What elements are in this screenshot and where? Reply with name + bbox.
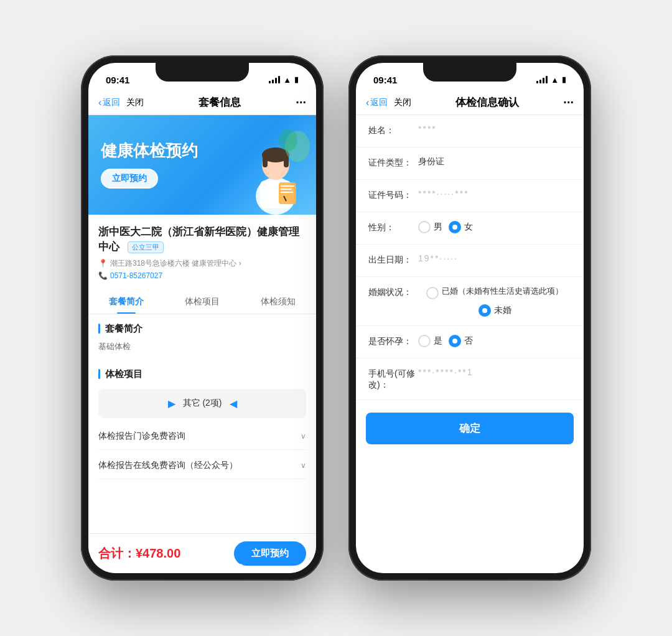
pregnant-options: 是 否 (418, 335, 571, 347)
hospital-address[interactable]: 📍 潮王路318号急诊楼六楼 健康管理中心 › (98, 258, 306, 269)
form-section: 姓名： **** 证件类型： 身份证 证件号码： ****·····*** (356, 115, 584, 573)
doctor-figure (241, 128, 310, 215)
other-items-box[interactable]: ▶ 其它 (2项) ◀ (98, 389, 306, 418)
tab-intro[interactable]: 套餐简介 (88, 290, 164, 314)
back-chevron-1[interactable]: ‹ (98, 97, 101, 108)
phone-2: 09:41 ▲ ▮ ‹ 返回 关闭 (348, 55, 591, 581)
marital-single[interactable]: 未婚 (478, 304, 511, 317)
form-row-marital: 婚姻状况： 已婚（未婚有性生活史请选此项） 未婚 (356, 277, 584, 326)
banner-book-btn-1[interactable]: 立即预约 (101, 169, 158, 189)
phones-container: 09:41 ▲ ▮ ‹ 返回 关闭 (81, 55, 591, 581)
pregnant-yes-radio[interactable] (418, 335, 431, 347)
marital-label: 婚姻状况： (368, 286, 418, 298)
gender-male[interactable]: 男 (418, 221, 442, 233)
banner-1: 健康体检预约 立即预约 (88, 115, 316, 215)
battery-icon-2: ▮ (562, 75, 566, 84)
hospital-name: 浙中医大二院（浙江省新华医院）健康管理中心 公立三甲 (98, 225, 306, 255)
price-value: ¥478.00 (136, 546, 180, 560)
other-items-label: 其它 (2项) (183, 398, 222, 409)
marital-married[interactable]: 已婚（未婚有性生活史请选此项） (426, 286, 563, 299)
dob-label: 出生日期： (368, 253, 418, 266)
svg-rect-4 (284, 155, 289, 167)
idnumber-label: 证件号码： (368, 189, 418, 201)
confirm-button[interactable]: 确定 (366, 413, 574, 444)
phone-1: 09:41 ▲ ▮ ‹ 返回 关闭 (81, 55, 324, 581)
idnumber-value: ****·····*** (418, 189, 571, 199)
name-value: **** (418, 124, 571, 134)
back-label-2[interactable]: 返回 (370, 97, 388, 108)
back-label-1[interactable]: 返回 (103, 97, 120, 108)
marital-single-radio[interactable] (478, 304, 491, 317)
wifi-icon-2: ▲ (551, 75, 559, 85)
signal-icon-1 (269, 76, 280, 83)
gender-options: 男 女 (418, 221, 571, 233)
status-icons-1: ▲ ▮ (269, 75, 299, 85)
pregnant-yes-label: 是 (434, 335, 442, 347)
hospital-phone[interactable]: 📞 0571-85267027 (98, 271, 306, 280)
more-btn-2[interactable]: ··· (563, 95, 574, 110)
close-label-1[interactable]: 关闭 (126, 97, 144, 108)
items-section-header: 体检项目 (88, 360, 316, 384)
gender-female[interactable]: 女 (449, 221, 473, 233)
section-bar-2 (98, 369, 100, 379)
hospital-tag: 公立三甲 (128, 241, 164, 253)
collapse-item-2[interactable]: 体检报告在线免费咨询（经公众号） ∨ (98, 452, 306, 479)
form-row-phone: 手机号(可修改)： ***·****·**1 (356, 358, 584, 400)
gender-female-radio[interactable] (449, 221, 461, 233)
marital-married-label: 已婚（未婚有性生活史请选此项） (442, 286, 563, 297)
tabs-row-1: 套餐简介 体检项目 体检须知 (88, 290, 316, 314)
chevron-down-icon-2: ∨ (301, 461, 306, 470)
back-close-2[interactable]: ‹ 返回 关闭 (366, 97, 411, 108)
svg-rect-8 (281, 189, 292, 190)
form-row-idtype: 证件类型： 身份证 (356, 147, 584, 180)
tab-items[interactable]: 体检项目 (164, 290, 240, 314)
marital-single-label: 未婚 (494, 305, 511, 316)
phone-1-screen: 09:41 ▲ ▮ ‹ 返回 关闭 (88, 63, 316, 573)
form-row-pregnant: 是否怀孕： 是 否 (356, 326, 584, 358)
screen-content-1: 健康体检预约 立即预约 (88, 115, 316, 533)
nav-title-2: 体检信息确认 (411, 95, 563, 110)
banner-title-1: 健康体检预约 (101, 141, 198, 161)
bottom-bar-1: 合计：¥478.00 立即预约 (88, 533, 316, 573)
gender-male-radio[interactable] (418, 221, 431, 233)
phone-label: 手机号(可修改)： (368, 367, 418, 391)
intro-body: 基础体检 (88, 339, 316, 360)
pregnant-no[interactable]: 否 (449, 335, 473, 347)
phone-masked: ***·****·**1 (418, 367, 474, 377)
svg-rect-7 (281, 185, 294, 187)
name-masked: **** (418, 124, 437, 134)
name-label: 姓名： (368, 124, 418, 136)
battery-icon-1: ▮ (294, 75, 299, 84)
intro-section-header: 套餐简介 (88, 314, 316, 339)
tab-notice[interactable]: 体检须知 (240, 290, 316, 314)
back-close-1[interactable]: ‹ 返回 关闭 (98, 97, 144, 108)
pregnant-no-radio[interactable] (449, 335, 461, 347)
idnumber-masked: ****·····*** (418, 189, 469, 199)
dob-masked: 19**····· (418, 253, 458, 263)
home-indicator-1 (162, 564, 243, 567)
back-chevron-2[interactable]: ‹ (366, 97, 369, 108)
notch-1 (156, 63, 249, 82)
more-btn-1[interactable]: ··· (296, 95, 306, 110)
pregnant-radio-group: 是 否 (418, 335, 473, 347)
gender-radio-group: 男 女 (418, 221, 473, 233)
notch-2 (423, 63, 516, 82)
pregnant-yes[interactable]: 是 (418, 335, 442, 347)
marital-married-radio[interactable] (426, 287, 439, 299)
hospital-info-1: 浙中医大二院（浙江省新华医院）健康管理中心 公立三甲 📍 潮王路318号急诊楼六… (88, 215, 316, 285)
chevron-down-icon-1: ∨ (301, 432, 306, 441)
phone-icon: 📞 (98, 271, 108, 280)
nav-bar-2: ‹ 返回 关闭 体检信息确认 ··· (356, 90, 584, 115)
collapse-item-1[interactable]: 体检报告门诊免费咨询 ∨ (98, 423, 306, 450)
nav-title-1: 套餐信息 (144, 95, 296, 110)
close-label-2[interactable]: 关闭 (394, 97, 411, 108)
signal-icon-2 (536, 76, 548, 83)
form-row-idnumber: 证件号码： ****·····*** (356, 180, 584, 212)
dob-value: 19**····· (418, 253, 571, 263)
location-icon: 📍 (98, 259, 108, 268)
phone-2-screen: 09:41 ▲ ▮ ‹ 返回 关闭 (356, 63, 584, 573)
pregnant-no-label: 否 (464, 335, 473, 347)
book-button-1[interactable]: 立即预约 (234, 541, 306, 566)
gender-male-label: 男 (434, 222, 442, 233)
svg-rect-3 (263, 155, 268, 167)
